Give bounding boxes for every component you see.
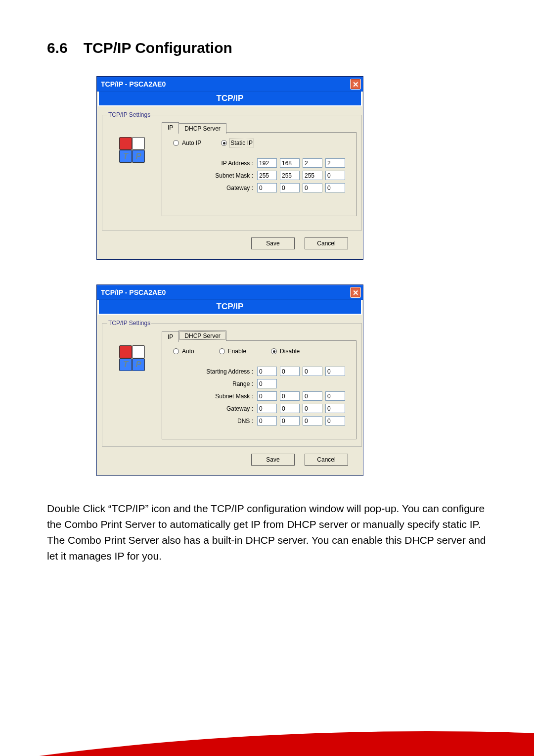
window-title: TCP/IP - PSCA2AE0 xyxy=(101,288,350,296)
radio-icon xyxy=(221,140,227,146)
dns-octet-2[interactable] xyxy=(280,416,300,425)
window-title: TCP/IP - PSCA2AE0 xyxy=(101,80,350,88)
tab-dhcp-server[interactable]: DHCP Server xyxy=(178,331,226,341)
close-button[interactable]: ✕ xyxy=(350,79,361,90)
label-range: Range : xyxy=(173,380,257,387)
group-legend: TCP/IP Settings xyxy=(107,320,151,327)
dialog-banner: TCP/IP xyxy=(98,92,362,106)
tab-ip[interactable]: IP xyxy=(162,122,179,133)
label-ip-address: IP Address : xyxy=(173,160,257,167)
radio-disable[interactable]: Disable xyxy=(271,348,300,355)
label-gateway: Gateway : xyxy=(173,185,257,191)
mask-octet-1[interactable] xyxy=(257,171,277,180)
label-starting-address: Starting Address : xyxy=(173,368,257,375)
tcpip-settings-group: TCP/IP Settings T P IP DHCP Server xyxy=(102,320,362,447)
tcpip-dialog-ip: TCP/IP - PSCA2AE0 ✕ TCP/IP TCP/IP Settin… xyxy=(96,76,363,260)
tab-ip[interactable]: IP xyxy=(162,331,179,342)
tab-dhcp-server[interactable]: DHCP Server xyxy=(178,123,226,134)
radio-static-ip[interactable]: Static IP xyxy=(221,140,253,146)
save-button[interactable]: Save xyxy=(251,454,295,466)
mask-octet-1[interactable] xyxy=(257,391,277,401)
gw-octet-1[interactable] xyxy=(257,183,277,192)
label-dns: DNS : xyxy=(173,418,257,425)
save-button[interactable]: Save xyxy=(251,237,295,249)
close-button[interactable]: ✕ xyxy=(350,287,361,298)
ip-octet-4[interactable] xyxy=(325,158,345,168)
dns-octet-4[interactable] xyxy=(325,416,345,425)
mask-octet-4[interactable] xyxy=(325,171,345,180)
start-octet-2[interactable] xyxy=(280,367,300,376)
close-icon: ✕ xyxy=(353,289,359,296)
mask-octet-3[interactable] xyxy=(303,391,322,401)
range-input[interactable] xyxy=(257,379,277,388)
radio-auto-ip[interactable]: Auto IP xyxy=(173,140,201,146)
mask-octet-2[interactable] xyxy=(280,171,300,180)
mask-octet-2[interactable] xyxy=(280,391,300,401)
section-title: TCP/IP Configuration xyxy=(84,40,232,56)
section-number: 6.6 xyxy=(47,40,68,56)
tcpip-icon: T P xyxy=(119,345,145,371)
radio-enable[interactable]: Enable xyxy=(219,348,246,355)
close-icon: ✕ xyxy=(353,81,359,88)
gw-octet-1[interactable] xyxy=(257,404,277,413)
radio-icon xyxy=(173,348,179,354)
group-legend: TCP/IP Settings xyxy=(107,111,151,118)
label-subnet-mask: Subnet Mask : xyxy=(173,172,257,179)
gw-octet-3[interactable] xyxy=(303,183,322,192)
tcpip-dialog-dhcp: TCP/IP - PSCA2AE0 ✕ TCP/IP TCP/IP Settin… xyxy=(96,284,363,476)
ip-octet-3[interactable] xyxy=(303,158,322,168)
radio-icon xyxy=(271,348,277,354)
gw-octet-4[interactable] xyxy=(325,183,345,192)
radio-auto[interactable]: Auto xyxy=(173,348,194,355)
titlebar[interactable]: TCP/IP - PSCA2AE0 ✕ xyxy=(97,77,363,92)
gw-octet-3[interactable] xyxy=(303,404,322,413)
radio-icon xyxy=(173,140,179,146)
cancel-button[interactable]: Cancel xyxy=(305,237,348,249)
start-octet-3[interactable] xyxy=(303,367,322,376)
dns-octet-3[interactable] xyxy=(303,416,322,425)
gw-octet-2[interactable] xyxy=(280,404,300,413)
mask-octet-3[interactable] xyxy=(303,171,322,180)
page-footer-graphic xyxy=(0,593,534,756)
dialog-banner: TCP/IP xyxy=(98,300,362,315)
tcpip-settings-group: TCP/IP Settings T P IP DHCP Server xyxy=(102,111,362,231)
dns-octet-1[interactable] xyxy=(257,416,277,425)
tab-body-dhcp: Auto Enable Disable xyxy=(162,340,356,439)
start-octet-4[interactable] xyxy=(325,367,345,376)
tab-body-ip: Auto IP Static IP IP Address : xyxy=(162,132,356,216)
label-subnet-mask: Subnet Mask : xyxy=(173,393,257,400)
gw-octet-4[interactable] xyxy=(325,404,345,413)
titlebar[interactable]: TCP/IP - PSCA2AE0 ✕ xyxy=(97,285,363,300)
start-octet-1[interactable] xyxy=(257,367,277,376)
gw-octet-2[interactable] xyxy=(280,183,300,192)
section-heading: 6.6TCP/IP Configuration xyxy=(47,40,487,56)
radio-icon xyxy=(219,348,225,354)
mask-octet-4[interactable] xyxy=(325,391,345,401)
ip-octet-1[interactable] xyxy=(257,158,277,168)
body-paragraph: Double Click “TCP/IP” icon and the TCP/I… xyxy=(47,501,487,564)
ip-octet-2[interactable] xyxy=(280,158,300,168)
cancel-button[interactable]: Cancel xyxy=(305,454,348,466)
label-gateway: Gateway : xyxy=(173,405,257,412)
tcpip-icon: T P xyxy=(119,137,145,163)
